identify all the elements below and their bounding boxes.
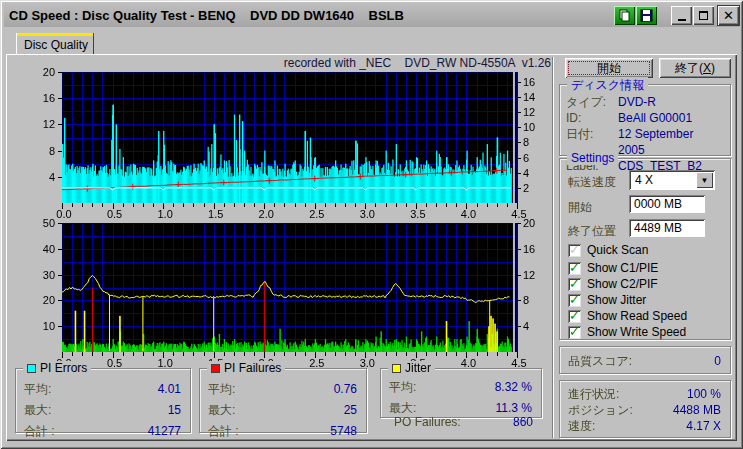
stat-row: 最大:25: [200, 400, 366, 421]
stat-row: 合計 :41277: [16, 421, 190, 442]
checkbox-icon: [568, 278, 581, 291]
quality-score-row: 品質スコア:0: [560, 347, 730, 369]
status-group: 進行状況:100 % ポジション:4488 MB 速度:4.17 X: [559, 380, 731, 438]
window-title: CD Speed : Disc Quality Test - BENQ DVD …: [4, 8, 613, 23]
stat-row: 合計 :5748: [200, 421, 366, 442]
minimize-icon: [678, 19, 686, 21]
checkbox-show-jitter[interactable]: Show Jitter: [568, 293, 646, 307]
legend-title: PI Errors: [40, 361, 87, 375]
tab-active-stripe: [17, 33, 93, 36]
titlebar-copy-button[interactable]: [614, 6, 635, 25]
checkbox-show-write-speed[interactable]: Show Write Speed: [568, 325, 686, 339]
end-mb-label: 終了位置: [568, 223, 616, 240]
legend-title: PI Failures: [224, 361, 281, 375]
disc-info-row: タイプ:DVD-R: [560, 94, 730, 110]
disc-info-row: ID:BeAll G00001: [560, 110, 730, 126]
legend-pi-failures: PI Failures 平均:0.76 最大:25 合計 :5748: [199, 368, 367, 433]
stat-row: 平均:0.76: [200, 379, 366, 400]
end-mb-input[interactable]: 4489 MB: [629, 219, 705, 237]
close-icon: ✕: [723, 9, 734, 22]
start-mb-label: 開始: [568, 199, 592, 216]
vertical-divider: [552, 57, 554, 438]
maximize-button[interactable]: [693, 6, 714, 25]
exit-button[interactable]: 終了(X): [659, 58, 731, 78]
stat-row: 平均:8.32 %: [381, 377, 541, 398]
start-mb-input[interactable]: 0000 MB: [629, 195, 705, 213]
legend-title: Jitter: [405, 361, 431, 375]
quality-score-group: 品質スコア:0: [559, 346, 731, 374]
titlebar: CD Speed : Disc Quality Test - BENQ DVD …: [4, 4, 739, 27]
pi-errors-swatch-icon: [27, 364, 36, 373]
checkbox-icon: [568, 326, 581, 339]
checkbox-quick-scan[interactable]: Quick Scan: [568, 243, 648, 257]
pi-failures-swatch-icon: [211, 364, 220, 373]
stat-row: 平均:4.01: [16, 379, 190, 400]
tab-disc-quality[interactable]: Disc Quality: [16, 33, 94, 54]
minimize-button[interactable]: [671, 6, 692, 25]
checkbox-icon: [568, 310, 581, 323]
disc-info-group: ディスク情報 タイプ:DVD-R ID:BeAll G00001 日付:12 S…: [559, 84, 731, 156]
quality-charts: [6, 64, 556, 368]
checkbox-icon: [568, 244, 581, 257]
jitter-swatch-icon: [392, 364, 401, 373]
disc-info-title: ディスク情報: [567, 77, 648, 94]
checkbox-icon: [568, 294, 581, 307]
checkbox-show-read-speed[interactable]: Show Read Speed: [568, 309, 687, 323]
checkbox-icon: [568, 262, 581, 275]
speed-label: 転送速度: [568, 174, 616, 191]
status-row: 速度:4.17 X: [560, 418, 730, 434]
close-button[interactable]: ✕: [718, 6, 739, 25]
start-button[interactable]: 開始: [565, 58, 653, 78]
copy-icon: [618, 9, 631, 22]
status-row: ポジション:4488 MB: [560, 402, 730, 418]
settings-group: Settings 転送速度 4 X ▼ 開始 0000 MB 終了位置 4489…: [559, 158, 731, 340]
status-row: 進行状況:100 %: [560, 386, 730, 402]
titlebar-save-button[interactable]: [636, 6, 657, 25]
legend-jitter: Jitter 平均:8.32 % 最大:11.3 %: [380, 368, 542, 418]
speed-select[interactable]: 4 X ▼: [629, 170, 715, 190]
settings-title: Settings: [567, 151, 618, 165]
app-window: CD Speed : Disc Quality Test - BENQ DVD …: [0, 0, 743, 449]
maximize-icon: [699, 11, 708, 20]
disc-quality-pane: recorded with _NEC DVD_RW ND-4550A v1.26…: [6, 54, 737, 441]
legend-pi-errors: PI Errors 平均:4.01 最大:15 合計 :41277: [15, 368, 191, 433]
tab-label: Disc Quality: [24, 38, 88, 52]
checkbox-show-c2-pif[interactable]: Show C2/PIF: [568, 277, 658, 291]
checkbox-show-c1-pie[interactable]: Show C1/PIE: [568, 261, 658, 275]
stat-row: 最大:15: [16, 400, 190, 421]
po-failures-row: PO Failures:860: [386, 414, 542, 430]
dropdown-arrow-icon[interactable]: ▼: [696, 172, 713, 188]
save-icon: [640, 9, 653, 22]
